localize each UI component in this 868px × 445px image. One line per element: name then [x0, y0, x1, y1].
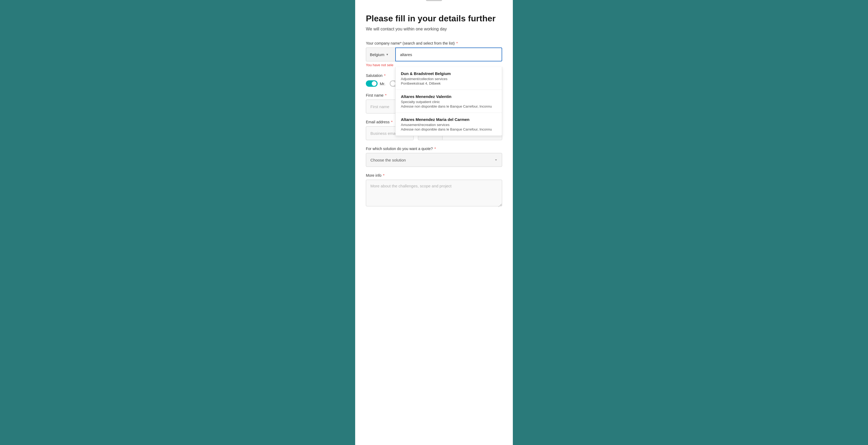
toggle-switch-on[interactable] — [366, 80, 378, 87]
email-required: * — [391, 120, 393, 124]
salutation-required: * — [384, 73, 385, 78]
solution-select[interactable]: Choose the solution — [366, 153, 502, 167]
dropdown-item-type: Specialty outpatient clinic — [401, 100, 497, 104]
company-input-row: Belgium ▾ — [366, 47, 502, 61]
dropdown-item-name: Dun & Bradstreet Belgium — [401, 71, 497, 76]
dropdown-item[interactable]: Altares Menendez Valentin Specialty outp… — [396, 90, 502, 113]
more-info-textarea[interactable] — [366, 180, 502, 206]
sidebar-left — [0, 0, 355, 445]
page-wrapper: Please fill in your details further We w… — [0, 0, 868, 445]
resize-handle-icon: ⌟ — [498, 203, 501, 206]
country-select[interactable]: Belgium ▾ — [366, 47, 395, 61]
sidebar-right — [513, 0, 868, 445]
more-info-group: More info * ⌟ — [366, 173, 502, 207]
company-dropdown: Dun & Bradstreet Belgium Adjustment/coll… — [395, 67, 502, 136]
dropdown-item-address: Adresse non disponible dans le Banque Ca… — [401, 104, 497, 108]
salutation-mr-label: Mr. — [380, 81, 385, 86]
more-info-label: More info * — [366, 173, 502, 177]
chevron-down-icon: ▾ — [386, 53, 388, 56]
page-subtitle: We will contact you within one working d… — [366, 27, 502, 32]
company-error: You have not sele — [366, 63, 502, 67]
dropdown-item-type: Amusement/recreation services — [401, 123, 497, 127]
dropdown-item[interactable]: Altares Menendez Maria del Carmen Amusem… — [396, 113, 502, 136]
dropdown-item-name: Altares Menendez Valentin — [401, 94, 497, 99]
solution-group: For which solution do you want a quote? … — [366, 146, 502, 167]
main-panel: Please fill in your details further We w… — [355, 0, 513, 445]
dropdown-item[interactable]: Dun & Bradstreet Belgium Adjustment/coll… — [396, 67, 502, 90]
solution-label: For which solution do you want a quote? … — [366, 146, 502, 151]
page-title: Please fill in your details further — [366, 13, 502, 24]
dropdown-item-address: Pontbeekstraat 4, Dilbeek — [401, 81, 497, 85]
first-name-required: * — [385, 93, 386, 97]
dropdown-item-name: Altares Menendez Maria del Carmen — [401, 117, 497, 122]
dropdown-item-type: Adjustment/collection services — [401, 77, 497, 81]
decorative-bar — [426, 0, 442, 1]
solution-required: * — [435, 146, 436, 151]
salutation-mr-toggle[interactable]: Mr. — [366, 80, 385, 87]
company-search-input[interactable] — [395, 47, 502, 61]
more-info-required: * — [383, 173, 384, 177]
toggle-slider — [366, 80, 378, 87]
company-label: Your company name* (search and select fr… — [366, 41, 502, 45]
company-name-group: Your company name* (search and select fr… — [366, 41, 502, 67]
company-required: * — [456, 41, 458, 45]
dropdown-item-address: Adresse non disponible dans le Banque Ca… — [401, 127, 497, 131]
